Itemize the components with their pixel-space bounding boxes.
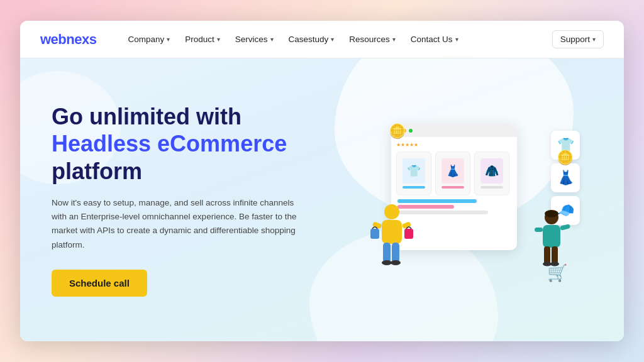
svg-rect-2 <box>383 243 391 263</box>
logo[interactable]: webnexs <box>40 31 96 48</box>
product-card-2: 👗 <box>435 151 470 195</box>
chevron-down-icon: ▾ <box>167 36 170 43</box>
shopper-person-left <box>369 202 414 285</box>
hero-title-line1: Go unlimited with <box>52 104 242 129</box>
coin-icon-right: 🪙 <box>557 150 574 166</box>
hero-content: Go unlimited with Headless eCommerce pla… <box>52 103 353 297</box>
coin-icon: 🪙 <box>389 123 406 140</box>
svg-rect-13 <box>544 246 550 264</box>
product-card-1: 👕 <box>396 151 431 195</box>
hero-title: Go unlimited with Headless eCommerce pla… <box>52 103 353 185</box>
product-card-img-1: 👕 <box>402 158 425 184</box>
svg-rect-1 <box>382 220 402 244</box>
chevron-down-icon: ▾ <box>592 36 596 43</box>
product-card-3: 🧥 <box>474 151 509 195</box>
product-card-bar <box>402 186 425 189</box>
chevron-down-icon: ▾ <box>331 36 334 43</box>
hero-description: Now it's easy to setup, manage, and sell… <box>52 196 309 252</box>
illustration-container: 🪙 ★★★★★ <box>366 112 580 288</box>
chevron-down-icon: ▾ <box>217 36 220 43</box>
chevron-down-icon: ▾ <box>392 36 396 43</box>
nav-item-company[interactable]: Company ▾ <box>121 31 176 48</box>
nav-item-contact[interactable]: Contact Us ▾ <box>404 31 465 48</box>
svg-rect-18 <box>535 228 543 232</box>
nav-item-product[interactable]: Product ▾ <box>179 31 226 48</box>
shopper-left-svg <box>369 202 414 278</box>
product-cards-row: 👕 👗 🧥 <box>396 151 512 195</box>
chevron-down-icon: ▾ <box>270 36 274 43</box>
svg-point-5 <box>391 260 401 265</box>
svg-rect-14 <box>552 246 558 264</box>
svg-point-0 <box>384 204 399 219</box>
nav-item-casestudy[interactable]: Casestudy ▾ <box>282 31 341 48</box>
product-card-bar <box>480 186 503 189</box>
screen-header <box>391 124 517 137</box>
side-product-2: 👗 <box>551 163 580 192</box>
svg-rect-12 <box>543 225 560 248</box>
nav-links: Company ▾ Product ▾ Services ▾ Casestudy… <box>121 31 552 48</box>
svg-point-4 <box>382 260 392 265</box>
hero-title-line3: platform <box>52 158 142 184</box>
chevron-down-icon: ▾ <box>455 36 458 43</box>
screen-rating: ★★★★★ <box>396 142 512 148</box>
nav-item-resources[interactable]: Resources ▾ <box>343 31 402 48</box>
nav-item-services[interactable]: Services ▾ <box>229 31 280 48</box>
schedule-call-button[interactable]: Schedule call <box>52 270 147 297</box>
product-card-img-3: 🧥 <box>480 158 503 184</box>
hero-title-line2: Headless eCommerce <box>52 131 287 156</box>
hero-illustration: 🪙 ★★★★★ <box>353 58 592 341</box>
product-card-img-2: 👗 <box>441 158 464 184</box>
shopping-cart-icon: 🛒 <box>547 263 567 283</box>
svg-rect-3 <box>392 243 399 263</box>
browser-window: webnexs Company ▾ Product ▾ Services ▾ C… <box>20 21 624 341</box>
svg-point-11 <box>545 210 558 217</box>
navbar: webnexs Company ▾ Product ▾ Services ▾ C… <box>20 21 624 58</box>
svg-rect-9 <box>404 229 413 239</box>
nav-support-button[interactable]: Support ▾ <box>552 30 604 48</box>
svg-rect-17 <box>560 224 570 231</box>
product-card-bar <box>441 186 464 189</box>
hero-section: Go unlimited with Headless eCommerce pla… <box>20 58 624 341</box>
svg-rect-8 <box>370 229 379 239</box>
window-dot-green <box>409 129 413 133</box>
